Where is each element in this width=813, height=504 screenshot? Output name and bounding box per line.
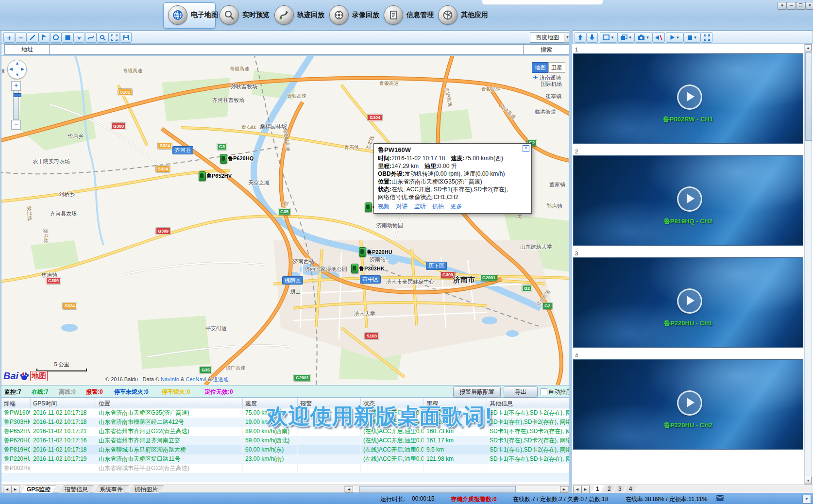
- table-row[interactable]: 鲁PW160W2016-11-02 10:17:18山东省济南市天桥区G35(济…: [1, 408, 569, 418]
- zoom-in-icon[interactable]: +: [3, 32, 15, 43]
- video-cell-2[interactable]: 鲁P819HQ - CH2: [573, 155, 803, 246]
- save-icon[interactable]: [120, 32, 132, 43]
- address-input[interactable]: [49, 44, 524, 55]
- video-vertical-scrollbar[interactable]: ▲ ▼: [804, 44, 812, 485]
- map-zoom-out-button[interactable]: −: [11, 120, 21, 130]
- video-link[interactable]: 视频: [378, 203, 390, 210]
- map-zoom-in-button[interactable]: +: [11, 81, 21, 91]
- table-row[interactable]: 鲁P620HQ2016-11-02 10:17:16山东省德州市齐河县齐河南立交…: [1, 436, 569, 445]
- zoom-slider-control[interactable]: + −: [11, 81, 21, 130]
- maximize-button[interactable]: ❐: [796, 2, 805, 10]
- page-up-icon[interactable]: [575, 32, 586, 43]
- draw-polyline-icon[interactable]: [85, 32, 97, 43]
- video-page-tab-3[interactable]: 3: [614, 485, 626, 493]
- scroll-right-icon[interactable]: ▶: [560, 486, 568, 493]
- minimize-button[interactable]: ─: [787, 2, 796, 10]
- video-tab-scroll-left-icon[interactable]: ◀: [573, 486, 581, 493]
- vehicle-marker[interactable]: [220, 154, 227, 164]
- play-overlay-icon[interactable]: [677, 84, 702, 110]
- window-layout-button[interactable]: ▼: [617, 32, 635, 43]
- intercom-link[interactable]: 对讲: [396, 203, 407, 210]
- col-location[interactable]: 位置: [96, 398, 243, 409]
- vehicle-marker[interactable]: [351, 264, 358, 273]
- table-horizontal-scrollbar[interactable]: ◀ ▶: [344, 486, 569, 492]
- tab-gps-monitor[interactable]: GPS监控: [21, 485, 56, 493]
- more-link[interactable]: 更多: [450, 203, 462, 210]
- video-page-tab-4[interactable]: 4: [625, 485, 637, 493]
- vehicle-marker[interactable]: [199, 171, 206, 181]
- tab-scroll-right-icon[interactable]: ▶: [11, 486, 19, 493]
- search-area-icon[interactable]: [97, 32, 108, 43]
- vehicle-label[interactable]: 鲁P220HU: [367, 249, 392, 256]
- snapshot-link[interactable]: 抓拍: [432, 203, 444, 210]
- video-cell-3[interactable]: 鲁P220HU - CH1: [573, 257, 803, 348]
- video-fullscreen-icon[interactable]: [701, 32, 712, 43]
- tab-realtime-preview[interactable]: 实时预览: [220, 5, 270, 25]
- tab-track-playback[interactable]: 轨迹回放: [274, 5, 324, 25]
- col-other-info[interactable]: 其他信息: [487, 398, 569, 409]
- baidu-map[interactable]: 青银高速 青银高速 青银高速 青银高速 青银高速 京沪高速 京沪高速 济南绕城高…: [1, 56, 570, 385]
- tab-info-management[interactable]: 信息管理: [384, 5, 434, 25]
- snapshot-button[interactable]: ▼: [635, 32, 652, 43]
- minimize-to-tray-button[interactable]: ▾: [778, 2, 787, 10]
- col-mileage[interactable]: 里程: [424, 398, 487, 409]
- tab-electronic-map[interactable]: 电子地图: [168, 5, 218, 25]
- scroll-down-icon[interactable]: ▼: [805, 477, 812, 484]
- col-gps-time[interactable]: GPS时间: [31, 398, 96, 409]
- stop-button[interactable]: ▼: [683, 32, 701, 43]
- vehicle-marker[interactable]: [365, 202, 372, 212]
- tab-video-playback[interactable]: 录像回放: [329, 5, 379, 25]
- draw-polygon-icon[interactable]: [73, 32, 85, 43]
- tab-other-apps[interactable]: 其他应用: [438, 5, 488, 25]
- tab-alarm-info[interactable]: 报警信息: [59, 485, 94, 493]
- listen-link[interactable]: 监听: [414, 203, 426, 210]
- col-status[interactable]: 状态: [361, 398, 424, 409]
- video-tab-scroll-right-icon[interactable]: ▶: [581, 486, 590, 493]
- search-button[interactable]: 搜索: [523, 44, 570, 55]
- play-overlay-icon[interactable]: [677, 288, 702, 314]
- video-cell-1[interactable]: 鲁P002RW - CH1: [573, 53, 803, 144]
- pan-compass-control[interactable]: ▲▼ ◀▶: [7, 60, 27, 79]
- fullextent-icon[interactable]: [108, 32, 120, 43]
- col-alarm[interactable]: 报警: [298, 398, 361, 409]
- play-overlay-icon[interactable]: [677, 390, 702, 416]
- play-button[interactable]: ▼: [666, 32, 683, 43]
- close-button[interactable]: ✕: [805, 2, 813, 10]
- map-mode-button[interactable]: 地图: [532, 62, 549, 73]
- draw-rectangle-icon[interactable]: [62, 32, 73, 43]
- auto-sort-checkbox[interactable]: [541, 388, 547, 395]
- table-row[interactable]: 鲁P652HV2016-11-02 10:17:21山东省德州市齐河县G22(青…: [1, 427, 569, 436]
- tab-snapshots[interactable]: 抓拍图片: [129, 485, 164, 493]
- screen-split-button[interactable]: ▼: [600, 32, 617, 43]
- vehicle-label[interactable]: 鲁P303HK: [359, 265, 385, 272]
- scroll-left-icon[interactable]: ◀: [345, 486, 353, 493]
- video-page-tab-1[interactable]: 1: [592, 485, 604, 493]
- tab-scroll-left-icon[interactable]: ◀: [3, 486, 11, 493]
- scrollbar-thumb[interactable]: [805, 52, 812, 141]
- map-source-select[interactable]: 百度地图: [530, 32, 565, 43]
- vehicle-marker[interactable]: [359, 247, 366, 257]
- zoom-slider-thumb[interactable]: [14, 93, 21, 97]
- navinfo-link[interactable]: NavInfo: [161, 376, 179, 382]
- tab-system-events[interactable]: 系统事件: [94, 485, 129, 493]
- daodaotong-link[interactable]: 道道通: [213, 376, 229, 382]
- popup-close-icon[interactable]: ×: [523, 145, 529, 152]
- page-down-icon[interactable]: [586, 32, 598, 43]
- vehicle-label[interactable]: 鲁P620HQ: [228, 155, 254, 162]
- table-row[interactable]: 鲁P220HU2016-11-02 10:17:19山东省济南市天桥区堤口路11…: [1, 454, 569, 464]
- col-terminal[interactable]: 终端: [1, 398, 31, 409]
- video-cell-4[interactable]: 鲁P220HU - CH2: [573, 359, 803, 450]
- message-icon[interactable]: [716, 495, 724, 503]
- scroll-up-icon[interactable]: ▲: [805, 44, 812, 51]
- table-row[interactable]: 鲁P002RW山东省聊城市茌平县G22(青兰高速): [1, 464, 569, 473]
- scrollbar-thumb[interactable]: [359, 486, 516, 493]
- zoom-out-icon[interactable]: −: [15, 32, 27, 43]
- vehicle-label[interactable]: 鲁P652HV: [206, 172, 232, 180]
- measure-icon[interactable]: [27, 32, 38, 43]
- draw-circle-icon[interactable]: [50, 32, 62, 43]
- status-corner-dropdown-icon[interactable]: ▼: [802, 495, 811, 504]
- marker-flag-icon[interactable]: [38, 32, 50, 43]
- satellite-mode-button[interactable]: 卫星: [548, 62, 565, 73]
- table-row[interactable]: 鲁P303HK2016-11-02 10:17:18山东省济南市槐荫区经二路41…: [1, 418, 569, 427]
- table-row[interactable]: 鲁P819HQ2016-11-02 10:17:18山东省聊城市东昌府区湖南路大…: [1, 445, 569, 454]
